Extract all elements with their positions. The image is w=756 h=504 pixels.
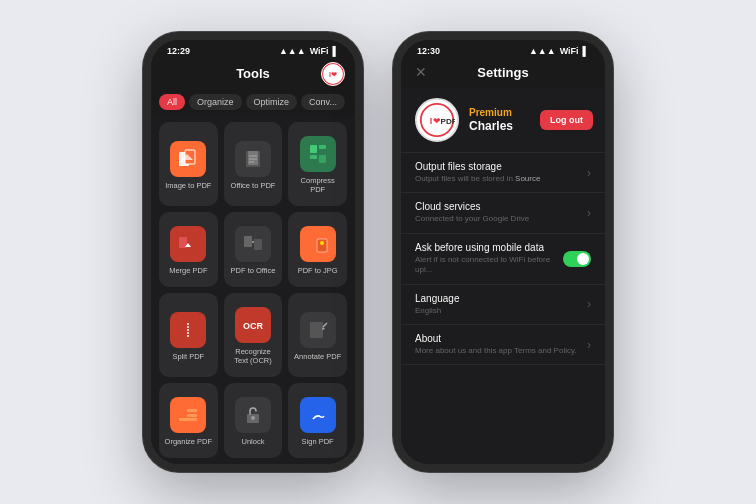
- organize-pdf-label: Organize PDF: [165, 437, 213, 446]
- office-to-pdf-label: Office to PDF: [231, 181, 276, 190]
- settings-output-storage[interactable]: Output files storage Output files will b…: [401, 153, 605, 193]
- tool-pdf-to-office[interactable]: PDF to Office: [224, 212, 283, 287]
- battery-icon: ▌: [333, 46, 339, 56]
- settings-language[interactable]: Language English ›: [401, 285, 605, 325]
- mobile-data-toggle[interactable]: [563, 251, 591, 267]
- image-to-pdf-icon: [170, 141, 206, 177]
- output-storage-desc: Output files will be stored in Source: [415, 174, 585, 184]
- tool-merge-pdf[interactable]: Merge PDF: [159, 212, 218, 287]
- svg-rect-12: [310, 155, 317, 159]
- svg-rect-6: [248, 151, 258, 165]
- logout-button[interactable]: Log out: [540, 110, 593, 130]
- tool-compress-pdf[interactable]: Compress PDF: [288, 122, 347, 206]
- compress-pdf-label: Compress PDF: [292, 176, 343, 194]
- wifi-icon-right: WiFi: [560, 46, 579, 56]
- svg-rect-21: [317, 239, 327, 252]
- unlock-label: Unlock: [242, 437, 265, 446]
- cloud-services-title: Cloud services: [415, 201, 587, 212]
- settings-content: I ❤ PDF Premium Charles Log out Output f…: [401, 88, 605, 464]
- tool-pdf-to-jpg[interactable]: PDF to JPG: [288, 212, 347, 287]
- profile-section: I ❤ PDF Premium Charles Log out: [401, 88, 605, 153]
- status-bar-right: 12:30 ▲▲▲ WiFi ▌: [401, 40, 605, 58]
- time-right: 12:30: [417, 46, 440, 56]
- settings-cloud-services[interactable]: Cloud services Connected to your Google …: [401, 193, 605, 233]
- profile-logo: I ❤ PDF: [415, 98, 459, 142]
- tools-grid: Image to PDF Office to PDF Compress PDF: [151, 116, 355, 464]
- time-left: 12:29: [167, 46, 190, 56]
- tool-organize-pdf[interactable]: Organize PDF: [159, 383, 218, 458]
- merge-pdf-icon: [170, 226, 206, 262]
- svg-rect-17: [244, 236, 252, 247]
- svg-text:OCR: OCR: [243, 321, 264, 331]
- settings-header: ✕ Settings: [401, 58, 605, 88]
- language-desc: English: [415, 306, 585, 316]
- pdf-to-office-icon: [235, 226, 271, 262]
- status-bar-left: 12:29 ▲▲▲ WiFi ▌: [151, 40, 355, 58]
- unlock-icon: [235, 397, 271, 433]
- signal-icon: ▲▲▲: [279, 46, 306, 56]
- tools-header: Tools I❤: [151, 58, 355, 90]
- svg-rect-32: [187, 414, 197, 417]
- svg-rect-31: [187, 409, 197, 412]
- pdf-to-jpg-label: PDF to JPG: [298, 266, 338, 275]
- close-button[interactable]: ✕: [415, 64, 427, 80]
- merge-pdf-label: Merge PDF: [169, 266, 207, 275]
- pdf-to-jpg-icon: [300, 226, 336, 262]
- annotate-pdf-icon: [300, 312, 336, 348]
- user-avatar[interactable]: I❤: [321, 62, 345, 86]
- tools-title: Tools: [236, 66, 270, 81]
- tool-unlock[interactable]: Unlock: [224, 383, 283, 458]
- filter-convert[interactable]: Conv...: [301, 94, 345, 110]
- mobile-data-title: Ask before using mobile data: [415, 242, 563, 253]
- settings-screen: ✕ Settings I ❤ PDF Premium Charles: [401, 58, 605, 464]
- split-pdf-icon: [170, 312, 206, 348]
- filter-organize[interactable]: Organize: [189, 94, 242, 110]
- svg-rect-18: [254, 239, 262, 250]
- filter-optimize[interactable]: Optimize: [246, 94, 298, 110]
- chevron-icon-language: ›: [587, 297, 591, 311]
- sign-pdf-icon: [300, 397, 336, 433]
- user-name: Charles: [469, 119, 513, 133]
- status-icons-right: ▲▲▲ WiFi ▌: [529, 46, 589, 56]
- settings-about[interactable]: About More about us and this app Terms a…: [401, 325, 605, 365]
- cloud-services-desc: Connected to your Google Drive: [415, 214, 585, 224]
- tool-ocr[interactable]: OCR Recognize Text (OCR): [224, 293, 283, 377]
- right-phone: 12:30 ▲▲▲ WiFi ▌ ✕ Settings I ❤ PDF: [393, 32, 613, 472]
- ocr-icon: OCR: [235, 307, 271, 343]
- svg-rect-36: [310, 407, 326, 423]
- chevron-icon-about: ›: [587, 338, 591, 352]
- svg-rect-30: [179, 409, 185, 416]
- tool-sign-pdf[interactable]: Sign PDF: [288, 383, 347, 458]
- filter-all[interactable]: All: [159, 94, 185, 110]
- svg-rect-27: [310, 322, 323, 338]
- tool-office-to-pdf[interactable]: Office to PDF: [224, 122, 283, 206]
- wifi-icon: WiFi: [310, 46, 329, 56]
- filter-tabs: All Organize Optimize Conv...: [151, 90, 355, 116]
- status-icons-left: ▲▲▲ WiFi ▌: [279, 46, 339, 56]
- settings-mobile-data[interactable]: Ask before using mobile data Alert if is…: [401, 234, 605, 285]
- output-storage-title: Output files storage: [415, 161, 587, 172]
- settings-title: Settings: [477, 65, 528, 80]
- compress-pdf-icon: [300, 136, 336, 172]
- tool-annotate[interactable]: Annotate PDF: [288, 293, 347, 377]
- svg-line-28: [323, 323, 327, 327]
- ocr-label: Recognize Text (OCR): [228, 347, 279, 365]
- tool-image-to-pdf[interactable]: Image to PDF: [159, 122, 218, 206]
- tool-split-pdf[interactable]: Split PDF: [159, 293, 218, 377]
- image-to-pdf-label: Image to PDF: [165, 181, 211, 190]
- sign-pdf-label: Sign PDF: [302, 437, 334, 446]
- settings-about-content: About More about us and this app Terms a…: [415, 333, 587, 356]
- mobile-data-desc: Alert if is not connected to WiFi before…: [415, 255, 563, 276]
- annotate-pdf-label: Annotate PDF: [294, 352, 341, 361]
- svg-rect-13: [319, 155, 326, 163]
- settings-language-content: Language English: [415, 293, 587, 316]
- signal-icon-right: ▲▲▲: [529, 46, 556, 56]
- office-to-pdf-icon: [235, 141, 271, 177]
- svg-rect-11: [319, 145, 326, 149]
- about-desc: More about us and this app Terms and Pol…: [415, 346, 585, 356]
- settings-output-storage-content: Output files storage Output files will b…: [415, 161, 587, 184]
- organize-pdf-icon: [170, 397, 206, 433]
- left-phone: 12:29 ▲▲▲ WiFi ▌ Tools I❤ All Organize O…: [143, 32, 363, 472]
- chevron-icon: ›: [587, 166, 591, 180]
- svg-point-35: [251, 416, 255, 420]
